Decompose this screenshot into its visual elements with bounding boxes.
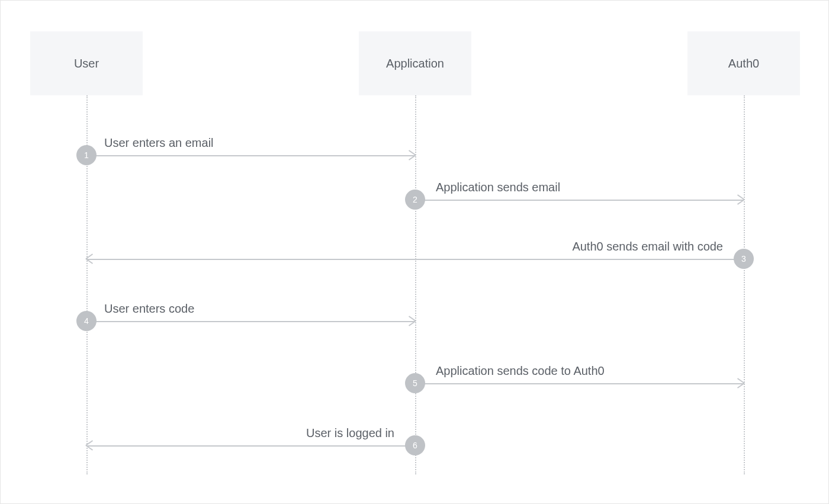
actor-application-label: Application: [386, 57, 444, 70]
lifeline-auth0: [744, 95, 745, 474]
step-badge-4: 4: [76, 311, 97, 331]
step-number: 6: [413, 441, 417, 450]
message-step-1: 1 User enters an email: [86, 155, 415, 156]
arrow-line: [86, 321, 415, 322]
step-number: 3: [741, 254, 746, 264]
actor-application: Application: [359, 31, 471, 95]
arrow-line: [86, 445, 415, 447]
step-badge-3: 3: [734, 249, 754, 269]
message-step-2: 2 Application sends email: [415, 199, 744, 200]
actor-auth0: Auth0: [687, 31, 800, 95]
step-badge-2: 2: [405, 190, 425, 210]
message-label-5: Application sends code to Auth0: [436, 364, 605, 378]
step-number: 5: [413, 378, 417, 388]
message-step-3: 3 Auth0 sends email with code: [86, 258, 744, 259]
step-badge-6: 6: [405, 435, 425, 455]
message-step-4: 4 User enters code: [86, 320, 415, 322]
message-label-1: User enters an email: [104, 136, 214, 150]
step-number: 4: [84, 316, 89, 326]
step-badge-5: 5: [405, 373, 425, 393]
lifeline-application: [415, 95, 416, 474]
message-label-3: Auth0 sends email with code: [572, 240, 723, 253]
actor-auth0-label: Auth0: [728, 57, 759, 70]
step-number: 1: [84, 150, 89, 160]
message-step-6: 6 User is logged in: [86, 445, 415, 446]
message-label-2: Application sends email: [436, 181, 560, 194]
arrow-line: [86, 155, 415, 156]
sequence-diagram: User Application Auth0 1 User enters an …: [1, 1, 828, 503]
message-label-6: User is logged in: [306, 426, 394, 440]
arrow-line: [86, 259, 744, 260]
message-label-4: User enters code: [104, 302, 194, 316]
arrow-line: [415, 383, 744, 384]
actor-user: User: [30, 31, 143, 95]
step-number: 2: [413, 195, 417, 204]
message-step-5: 5 Application sends code to Auth0: [415, 383, 744, 384]
step-badge-1: 1: [76, 145, 97, 165]
arrow-line: [415, 200, 744, 201]
actor-user-label: User: [74, 57, 99, 70]
